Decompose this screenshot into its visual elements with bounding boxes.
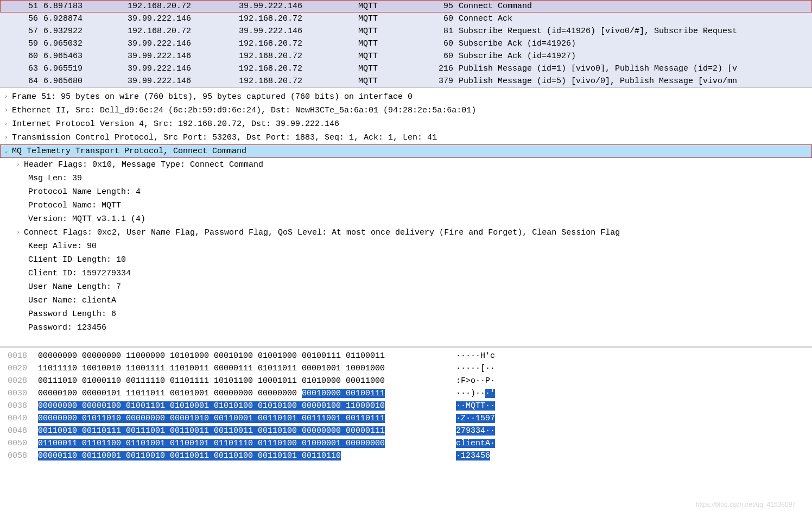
caret-down-icon: ⌄ (4, 144, 12, 158)
hex-ascii: 279334·· (445, 425, 495, 437)
col-info: Subscribe Request (id=41926) [vivo0/#], … (456, 25, 812, 37)
tree-mqtt[interactable]: ⌄MQ Telemetry Transport Protocol, Connec… (0, 144, 812, 158)
tree-client-id[interactable]: Client ID: 1597279334 (0, 267, 812, 280)
hex-ascii: ·····[·· (445, 362, 495, 375)
tree-client-id-len[interactable]: Client ID Length: 10 (0, 253, 812, 267)
hex-offset: 0058 (0, 450, 33, 462)
caret-right-icon: › (16, 226, 24, 239)
col-time: 6.928874 (41, 12, 128, 25)
col-info: Connect Command (456, 0, 812, 12)
col-info: Subscribe Ack (id=41926) (456, 37, 812, 50)
hex-ascii: ·123456 (445, 450, 490, 462)
tree-username-len[interactable]: User Name Length: 7 (0, 280, 812, 294)
hex-bits: 00111010 01000110 00111110 01101111 1010… (33, 375, 445, 387)
col-time: 6.965519 (41, 62, 128, 75)
packet-bytes-pane[interactable]: 001800000000 00000000 11000000 10101000 … (0, 347, 812, 464)
tree-ip[interactable]: ›Internet Protocol Version 4, Src: 192.1… (0, 117, 812, 131)
col-length: 81 (429, 25, 456, 37)
col-info: Subscribe Ack (id=41927) (456, 50, 812, 62)
hex-bits: 00000000 00000100 01001101 01010001 0101… (33, 400, 445, 412)
packet-list-pane[interactable]: 516.897183192.168.20.7239.99.222.146MQTT… (0, 0, 812, 88)
tree-password[interactable]: Password: 123456 (0, 321, 812, 335)
col-no: 59 (0, 37, 41, 50)
col-source: 192.168.20.72 (128, 0, 239, 12)
col-length: 60 (429, 37, 456, 50)
col-destination: 39.99.222.146 (239, 0, 358, 12)
col-info: Publish Message (id=1) [vivo0], Publish … (456, 62, 812, 75)
col-length: 379 (429, 75, 456, 87)
col-protocol: MQTT (358, 50, 429, 62)
col-length: 95 (429, 0, 456, 12)
col-destination: 192.168.20.72 (239, 12, 358, 25)
caret-right-icon: › (4, 131, 12, 144)
hex-offset: 0020 (0, 362, 33, 375)
col-protocol: MQTT (358, 25, 429, 37)
packet-row[interactable]: 606.96546339.99.222.146192.168.20.72MQTT… (0, 50, 812, 62)
tree-msg-len[interactable]: Msg Len: 39 (0, 172, 812, 185)
hex-bits: 00000000 01011010 00000000 00001010 0011… (33, 412, 445, 425)
hex-bits: 00000000 00000000 11000000 10101000 0001… (33, 350, 445, 362)
tree-password-len[interactable]: Password Length: 6 (0, 307, 812, 321)
col-source: 39.99.222.146 (128, 37, 239, 50)
packet-row[interactable]: 566.92887439.99.222.146192.168.20.72MQTT… (0, 12, 812, 25)
col-no: 63 (0, 62, 41, 75)
tree-connect-flags[interactable]: ›Connect Flags: 0xc2, User Name Flag, Pa… (0, 226, 812, 239)
col-protocol: MQTT (358, 62, 429, 75)
hex-ascii: :F>o··P· (445, 375, 495, 387)
hex-row[interactable]: 005001100011 01101100 01101001 01100101 … (0, 437, 812, 450)
hex-offset: 0018 (0, 350, 33, 362)
hex-row[interactable]: 004000000000 01011010 00000000 00001010 … (0, 412, 812, 425)
hex-bits: 00000110 00110001 00110010 00110011 0011… (33, 450, 445, 462)
col-info: Connect Ack (456, 12, 812, 25)
col-length: 216 (429, 62, 456, 75)
hex-ascii: ·Z··1597 (445, 412, 495, 425)
col-time: 6.965680 (41, 75, 128, 87)
col-length: 60 (429, 50, 456, 62)
hex-row[interactable]: 004800110010 00110111 00111001 00110011 … (0, 425, 812, 437)
col-source: 39.99.222.146 (128, 50, 239, 62)
col-length: 60 (429, 12, 456, 25)
tree-tcp[interactable]: ›Transmission Control Protocol, Src Port… (0, 131, 812, 144)
tree-keep-alive[interactable]: Keep Alive: 90 (0, 239, 812, 253)
tree-username[interactable]: User Name: clientA (0, 294, 812, 307)
packet-details-pane[interactable]: ›Frame 51: 95 bytes on wire (760 bits), … (0, 88, 812, 347)
hex-offset: 0050 (0, 437, 33, 450)
hex-row[interactable]: 005800000110 00110001 00110010 00110011 … (0, 450, 812, 462)
packet-row[interactable]: 576.932922192.168.20.7239.99.222.146MQTT… (0, 25, 812, 37)
col-destination: 192.168.20.72 (239, 37, 358, 50)
hex-row[interactable]: 002800111010 01000110 00111110 01101111 … (0, 375, 812, 387)
hex-row[interactable]: 003800000000 00000100 01001101 01010001 … (0, 400, 812, 412)
col-no: 56 (0, 12, 41, 25)
packet-row[interactable]: 636.96551939.99.222.146192.168.20.72MQTT… (0, 62, 812, 75)
hex-bits: 11011110 10010010 11001111 11010011 0000… (33, 362, 445, 375)
hex-row[interactable]: 001800000000 00000000 11000000 10101000 … (0, 350, 812, 362)
hex-ascii: ·····H'c (445, 350, 495, 362)
col-no: 51 (0, 0, 41, 12)
col-source: 192.168.20.72 (128, 25, 239, 37)
packet-row[interactable]: 596.96503239.99.222.146192.168.20.72MQTT… (0, 37, 812, 50)
hex-row[interactable]: 003000000100 00000101 11011011 00101001 … (0, 387, 812, 400)
caret-right-icon: › (4, 90, 12, 104)
tree-version[interactable]: Version: MQTT v3.1.1 (4) (0, 212, 812, 226)
packet-row[interactable]: 516.897183192.168.20.7239.99.222.146MQTT… (0, 0, 812, 12)
tree-frame[interactable]: ›Frame 51: 95 bytes on wire (760 bits), … (0, 90, 812, 104)
hex-offset: 0028 (0, 375, 33, 387)
col-no: 64 (0, 75, 41, 87)
hex-ascii: clientA· (445, 437, 495, 450)
tree-proto-name-len[interactable]: Protocol Name Length: 4 (0, 185, 812, 199)
col-destination: 39.99.222.146 (239, 25, 358, 37)
tree-ethernet[interactable]: ›Ethernet II, Src: Dell_d9:6e:24 (6c:2b:… (0, 104, 812, 117)
hex-ascii: ···)···' (445, 387, 495, 400)
col-time: 6.965463 (41, 50, 128, 62)
packet-row[interactable]: 646.96568039.99.222.146192.168.20.72MQTT… (0, 75, 812, 87)
col-info: Publish Message (id=5) [vivo/0], Publish… (456, 75, 812, 87)
col-destination: 192.168.20.72 (239, 75, 358, 87)
hex-bits: 00000100 00000101 11011011 00101001 0000… (33, 387, 445, 400)
tree-mqtt-header[interactable]: ›Header Flags: 0x10, Message Type: Conne… (0, 158, 812, 172)
col-destination: 192.168.20.72 (239, 62, 358, 75)
col-time: 6.897183 (41, 0, 128, 12)
tree-proto-name[interactable]: Protocol Name: MQTT (0, 199, 812, 212)
col-protocol: MQTT (358, 0, 429, 12)
col-protocol: MQTT (358, 12, 429, 25)
hex-row[interactable]: 002011011110 10010010 11001111 11010011 … (0, 362, 812, 375)
